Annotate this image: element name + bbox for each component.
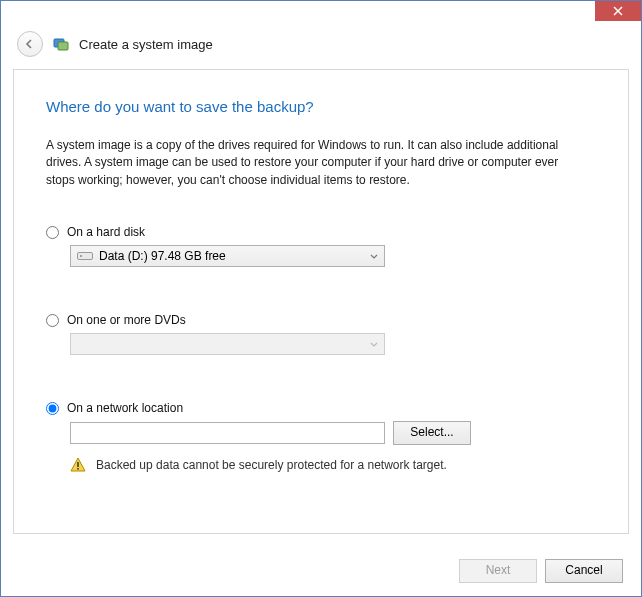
next-button[interactable]: Next	[459, 559, 537, 583]
svg-rect-3	[58, 42, 68, 50]
network-path-input[interactable]	[70, 422, 385, 444]
select-network-button[interactable]: Select...	[393, 421, 471, 445]
radio-network[interactable]	[46, 402, 59, 415]
drive-icon	[77, 250, 93, 262]
network-warning-row: Backed up data cannot be securely protec…	[70, 457, 596, 473]
page-description: A system image is a copy of the drives r…	[46, 137, 586, 189]
svg-rect-4	[78, 253, 93, 260]
option-hard-disk-row[interactable]: On a hard disk	[46, 225, 596, 239]
dvd-drive-combo	[70, 333, 385, 355]
option-dvd-label: On one or more DVDs	[67, 313, 186, 327]
content-panel: Where do you want to save the backup? A …	[13, 69, 629, 534]
svg-rect-7	[77, 468, 79, 470]
close-button[interactable]	[595, 1, 641, 21]
option-dvd-row[interactable]: On one or more DVDs	[46, 313, 596, 327]
svg-rect-6	[77, 462, 79, 467]
close-icon	[613, 6, 623, 16]
option-network: On a network location Select... Backed u…	[46, 401, 596, 473]
chevron-down-icon	[370, 337, 378, 351]
header: Create a system image	[1, 25, 641, 69]
svg-point-5	[80, 255, 82, 257]
option-hard-disk-label: On a hard disk	[67, 225, 145, 239]
option-network-label: On a network location	[67, 401, 183, 415]
option-hard-disk: On a hard disk Data (D:) 97.48 GB free	[46, 225, 596, 267]
cancel-button[interactable]: Cancel	[545, 559, 623, 583]
radio-hard-disk[interactable]	[46, 226, 59, 239]
network-warning-text: Backed up data cannot be securely protec…	[96, 458, 447, 472]
hard-disk-drive-combo[interactable]: Data (D:) 97.48 GB free	[70, 245, 385, 267]
option-dvd: On one or more DVDs	[46, 313, 596, 355]
warning-icon	[70, 457, 86, 473]
title-bar	[1, 1, 641, 25]
page-heading: Where do you want to save the backup?	[46, 98, 596, 115]
option-network-row[interactable]: On a network location	[46, 401, 596, 415]
arrow-left-icon	[24, 38, 36, 50]
window-title: Create a system image	[79, 37, 213, 52]
wizard-window: Create a system image Where do you want …	[0, 0, 642, 597]
back-button[interactable]	[17, 31, 43, 57]
chevron-down-icon	[370, 249, 378, 263]
footer: Next Cancel	[1, 546, 641, 596]
system-image-icon	[53, 36, 69, 52]
hard-disk-drive-value: Data (D:) 97.48 GB free	[99, 249, 226, 263]
radio-dvd[interactable]	[46, 314, 59, 327]
